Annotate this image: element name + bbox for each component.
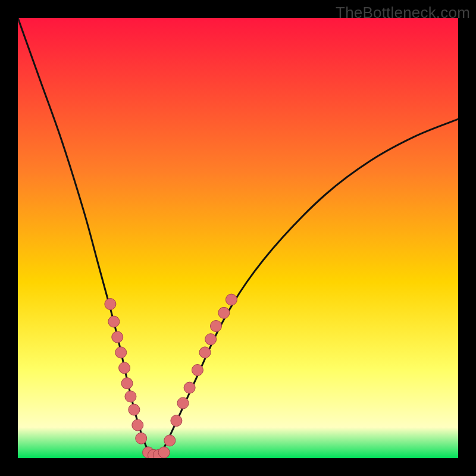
marker-dot xyxy=(108,316,120,327)
marker-dot xyxy=(136,433,147,444)
bottleneck-plot xyxy=(0,0,476,476)
marker-dot xyxy=(112,331,123,343)
marker-dot xyxy=(121,378,133,389)
marker-dot xyxy=(125,391,136,402)
marker-dot xyxy=(199,347,211,358)
marker-dot xyxy=(192,365,203,376)
marker-dot xyxy=(177,397,189,409)
marker-dot xyxy=(105,299,116,310)
watermark-text: TheBottleneck.com xyxy=(336,4,470,22)
marker-dot xyxy=(205,334,217,345)
marker-dot xyxy=(164,435,176,446)
marker-dot xyxy=(226,294,237,305)
marker-dot xyxy=(129,404,140,415)
marker-dot xyxy=(119,362,130,374)
marker-dot xyxy=(158,447,170,458)
marker-dot xyxy=(171,415,182,427)
marker-dot xyxy=(115,347,127,358)
marker-dot xyxy=(132,419,143,431)
chart-frame: TheBottleneck.com xyxy=(0,0,476,476)
marker-dot xyxy=(184,382,195,393)
marker-dot xyxy=(211,321,222,332)
gradient-background xyxy=(18,18,458,458)
marker-dot xyxy=(218,307,230,318)
